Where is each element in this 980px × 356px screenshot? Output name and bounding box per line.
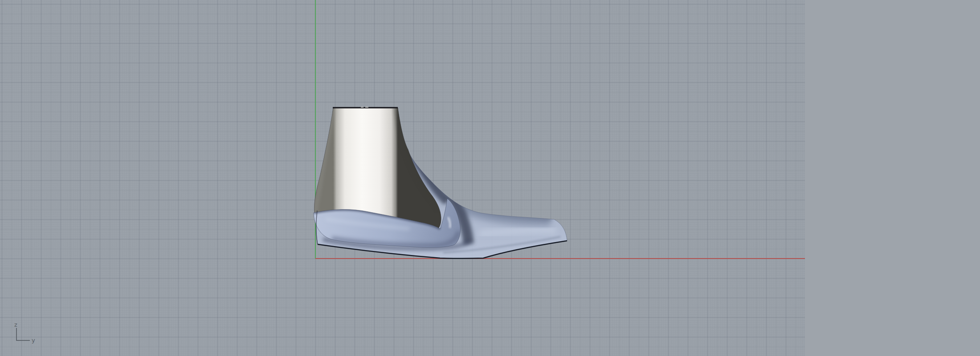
axis-gnomon-y-label: y	[32, 337, 35, 344]
axis-gnomon-z-label: z	[14, 321, 17, 328]
cad-viewport[interactable]: z y	[0, 0, 980, 356]
